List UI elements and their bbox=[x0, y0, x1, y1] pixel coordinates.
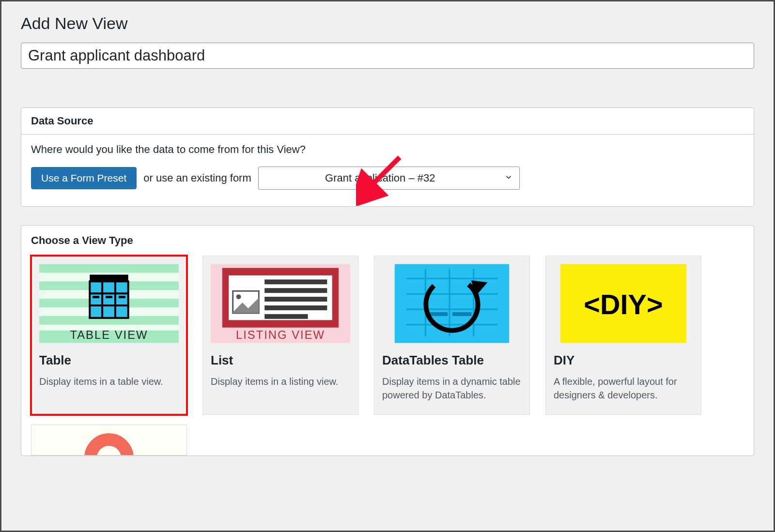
svg-text:<DIY>: <DIY> bbox=[584, 289, 663, 320]
card-desc: Display items in a table view. bbox=[39, 375, 179, 388]
svg-rect-14 bbox=[119, 296, 125, 298]
svg-rect-35 bbox=[428, 312, 448, 316]
card-title: DataTables Table bbox=[382, 353, 522, 368]
view-type-card-table[interactable]: TABLE VIEW Table Display items in a tabl… bbox=[31, 256, 187, 415]
use-form-preset-button[interactable]: Use a Form Preset bbox=[31, 167, 137, 189]
data-source-prompt: Where would you like the data to come fr… bbox=[31, 143, 744, 156]
existing-form-select[interactable]: Grant application – #32 bbox=[258, 167, 520, 190]
svg-text:LISTING VIEW: LISTING VIEW bbox=[236, 328, 325, 341]
view-type-card-map-partial[interactable] bbox=[31, 425, 187, 456]
svg-point-20 bbox=[236, 294, 241, 299]
card-desc: Display items in a listing view. bbox=[211, 375, 350, 388]
view-type-card-diy[interactable]: <DIY> DIY A flexible, powerful layout fo… bbox=[545, 256, 701, 415]
view-type-thumb-diy: <DIY> bbox=[554, 264, 693, 343]
svg-rect-7 bbox=[90, 281, 128, 318]
svg-rect-36 bbox=[452, 312, 472, 316]
view-type-panel: Choose a View Type bbox=[21, 225, 754, 456]
view-type-card-list[interactable]: LISTING VIEW List Display items in a lis… bbox=[202, 256, 358, 415]
view-type-header: Choose a View Type bbox=[21, 226, 754, 256]
view-type-thumb-list: LISTING VIEW bbox=[211, 264, 350, 343]
svg-rect-13 bbox=[106, 296, 112, 298]
or-use-existing-label: or use an existing form bbox=[143, 172, 251, 184]
svg-rect-12 bbox=[93, 296, 99, 298]
view-name-input[interactable] bbox=[21, 43, 754, 69]
card-desc: Display items in a dynamic table powered… bbox=[382, 375, 522, 402]
svg-text:TABLE VIEW: TABLE VIEW bbox=[70, 328, 148, 341]
card-title: DIY bbox=[554, 353, 693, 368]
page-title: Add New View bbox=[21, 14, 754, 33]
svg-rect-23 bbox=[264, 297, 327, 302]
svg-rect-22 bbox=[264, 288, 327, 293]
svg-rect-1 bbox=[39, 264, 179, 273]
svg-rect-24 bbox=[264, 305, 327, 310]
svg-rect-6 bbox=[90, 274, 128, 281]
data-source-header: Data Source bbox=[21, 108, 754, 135]
view-type-thumb-table: TABLE VIEW bbox=[39, 264, 179, 343]
data-source-panel: Data Source Where would you like the dat… bbox=[21, 107, 754, 207]
card-title: List bbox=[211, 353, 350, 368]
svg-rect-25 bbox=[264, 314, 308, 319]
view-type-card-datatables[interactable]: DataTables Table Display items in a dyna… bbox=[374, 256, 530, 415]
card-desc: A flexible, powerful layout for designer… bbox=[554, 375, 693, 402]
view-type-thumb-datatables bbox=[382, 264, 522, 343]
svg-rect-21 bbox=[264, 279, 327, 284]
card-title: Table bbox=[39, 353, 179, 368]
